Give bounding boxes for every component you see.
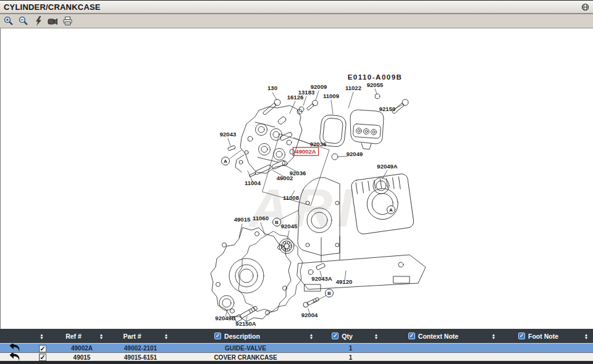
part-label[interactable]: 92036 <box>310 141 326 147</box>
part-label[interactable]: 92049B <box>215 315 235 321</box>
pin-92049-art <box>332 154 338 160</box>
seal-92049b-art <box>219 296 234 310</box>
description-checkbox[interactable]: ✓ <box>214 333 221 339</box>
header-description: ✓ Description ▲▼ <box>173 329 318 343</box>
part-label[interactable]: 49015 <box>234 216 251 223</box>
callout-letter: A <box>224 159 227 164</box>
header-description-label: Description <box>224 333 260 340</box>
diagram-canvas: ARI <box>0 28 593 330</box>
undo-arrow-icon[interactable] <box>0 353 30 362</box>
part-label[interactable]: 49120 <box>336 278 352 285</box>
part-label[interactable]: 11009 <box>323 93 339 99</box>
cover-gasket-art <box>238 231 303 312</box>
sort-icon[interactable]: ▲▼ <box>369 333 383 339</box>
part-label[interactable]: 11060 <box>253 215 269 221</box>
parts-table: ▲▼ Ref # ▲▼ Part # ▲▼ ✓ Description ▲▼ ✓ <box>0 329 593 364</box>
header-part-label: Part # <box>123 333 141 340</box>
title-bar: CYLINDER/CRANKCASE <box>0 1 593 14</box>
header-part: Part # ▲▼ <box>108 329 173 343</box>
part-label[interactable]: 92049 <box>347 151 363 157</box>
cap-16126-art <box>277 116 287 125</box>
header-foot-note: ✓ Foot Note ▲▼ <box>500 329 593 343</box>
header-context-note-label: Context Note <box>418 333 458 340</box>
camera-icon[interactable] <box>48 16 58 27</box>
toolbar <box>0 14 593 28</box>
row-checkbox[interactable]: ✓ <box>39 354 46 361</box>
part-label[interactable]: 92049A <box>377 163 397 170</box>
app-window: CYLINDER/CRANKCASE <box>0 0 593 364</box>
part-label[interactable]: 16126 <box>287 94 303 101</box>
sort-icon[interactable]: ▲▼ <box>35 333 49 339</box>
cell-ref: 49015 <box>56 354 108 361</box>
part-label[interactable]: 92045 <box>281 223 298 230</box>
part-label[interactable]: 92150A <box>235 320 256 327</box>
sort-icon[interactable]: ▲▼ <box>487 333 500 339</box>
undo-arrow-icon[interactable] <box>0 344 30 353</box>
sort-icon[interactable]: ▲▼ <box>95 333 108 339</box>
parts-diagram: ARI <box>1 28 593 330</box>
bolt-92009-art <box>306 99 319 112</box>
header-context-note: ✓ Context Note ▲▼ <box>383 329 500 343</box>
cell-part: 49015-6151 <box>108 354 173 361</box>
cell-qty: 1 <box>318 345 383 352</box>
lightning-icon[interactable] <box>33 16 43 27</box>
callout-letter: A <box>389 207 393 213</box>
cell-qty: 1 <box>318 354 383 361</box>
part-label-highlighted[interactable]: 49002A <box>295 148 316 155</box>
bearing-92045-art <box>279 239 294 254</box>
valve-cover-art <box>350 110 384 149</box>
callout-letter: B <box>275 220 279 225</box>
part-label[interactable]: 92043 <box>220 131 236 138</box>
header-ref-label: Ref # <box>65 333 82 340</box>
sort-icon[interactable]: ▲▼ <box>579 333 593 339</box>
sort-icon[interactable]: ▲▼ <box>159 333 173 339</box>
part-label[interactable]: 130 <box>267 85 277 91</box>
cylinder-head-art <box>235 105 302 173</box>
header-select-column: ▲▼ <box>0 329 56 343</box>
zoom-out-icon[interactable] <box>18 16 28 27</box>
table-bottom-strip <box>0 361 593 364</box>
context-note-checkbox[interactable]: ✓ <box>408 333 415 339</box>
part-label[interactable]: 11004 <box>245 180 261 186</box>
foot-note-checkbox[interactable]: ✓ <box>518 333 525 339</box>
row-checkbox[interactable]: ✓ <box>39 345 46 352</box>
diagram-code: E0110-A009B <box>348 73 403 81</box>
part-label[interactable]: 92004 <box>301 312 318 318</box>
part-label[interactable]: 11022 <box>345 85 361 91</box>
header-qty-label: Qty <box>342 333 353 340</box>
bolt-92004-art <box>303 297 320 308</box>
crankcase-cover-art <box>211 228 291 321</box>
print-icon[interactable] <box>62 16 73 27</box>
cell-description: GUIDE-VALVE <box>173 345 318 352</box>
nut-92055-art <box>375 94 380 99</box>
part-label[interactable]: 92043A <box>311 275 332 282</box>
part-label[interactable]: 49002 <box>277 175 293 181</box>
cell-description: COVER CRANKCASE <box>173 354 318 361</box>
table-header: ▲▼ Ref # ▲▼ Part # ▲▼ ✓ Description ▲▼ ✓ <box>0 329 593 343</box>
stud-92043-art <box>228 146 236 151</box>
stud-92043a-art <box>316 263 325 270</box>
part-label[interactable]: 92055 <box>367 81 384 88</box>
callout-letter: B <box>327 291 331 296</box>
qty-checkbox[interactable]: ✓ <box>332 333 339 339</box>
header-ref: Ref # ▲▼ <box>56 329 108 343</box>
clip-13183-art <box>297 107 304 114</box>
table-row[interactable]: ✓ 49015 49015-6151 COVER CRANKCASE 1 <box>0 352 593 362</box>
header-qty: ✓ Qty ▲▼ <box>318 329 383 343</box>
zoom-in-icon[interactable] <box>3 16 14 27</box>
sort-icon[interactable]: ▲▼ <box>305 333 318 339</box>
table-row[interactable]: ✓ 49002A 49002-2101 GUIDE-VALVE 1 <box>0 343 593 352</box>
cell-part: 49002-2101 <box>108 345 173 352</box>
cell-ref: 49002A <box>56 345 108 352</box>
page-title: CYLINDER/CRANKCASE <box>4 2 101 12</box>
part-label[interactable]: 11008 <box>283 194 299 201</box>
header-foot-note-label: Foot Note <box>528 333 558 340</box>
part-label[interactable]: 92150 <box>379 105 395 112</box>
globe-icon[interactable] <box>581 3 589 11</box>
